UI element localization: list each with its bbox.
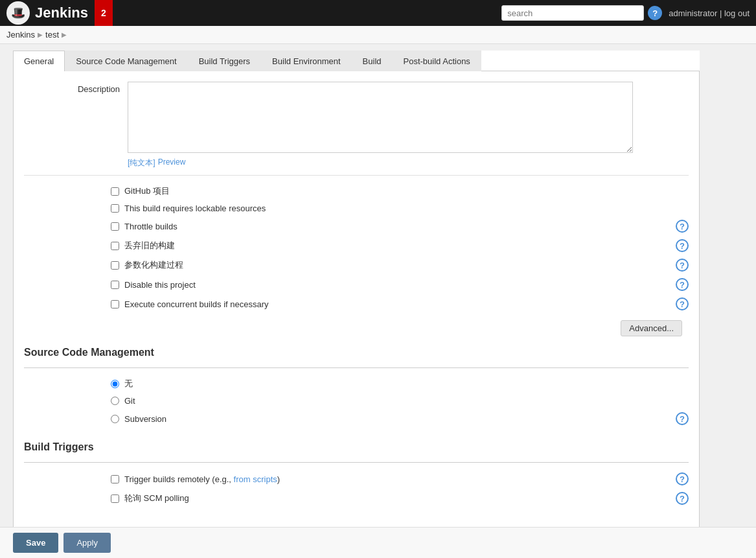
radio-row-none: 无 xyxy=(24,375,689,393)
notification-badge[interactable]: 2 xyxy=(95,0,113,26)
preview-link[interactable]: Preview xyxy=(158,157,186,169)
plain-text-link[interactable]: [纯文本] xyxy=(128,157,155,169)
checkbox-row-disable: Disable this project ? xyxy=(24,275,689,294)
checkbox-row-throttle: Throttle builds ? xyxy=(24,216,689,236)
breadcrumb-home[interactable]: Jenkins xyxy=(6,30,35,40)
logo[interactable]: 🎩 Jenkins xyxy=(6,1,88,25)
build-triggers-section-header: Build Triggers xyxy=(24,441,689,456)
trigger-remote-help-icon[interactable]: ? xyxy=(676,472,689,485)
save-button[interactable]: Save xyxy=(13,533,58,553)
description-textarea[interactable] xyxy=(128,82,633,153)
concurrent-help-icon[interactable]: ? xyxy=(676,297,689,310)
tab-source-code-management[interactable]: Source Code Management xyxy=(65,51,187,71)
advanced-button[interactable]: Advanced... xyxy=(621,320,682,336)
throttle-help-icon[interactable]: ? xyxy=(676,220,689,233)
github-project-checkbox[interactable] xyxy=(111,187,119,196)
user-info: administrator | log out xyxy=(669,8,750,18)
trigger-scm-label: 轮询 SCM polling xyxy=(124,493,189,504)
radio-row-git: Git xyxy=(24,393,689,409)
search-container: ? xyxy=(501,5,662,21)
description-row: Description [纯文本] Preview xyxy=(24,82,689,169)
advanced-section: Advanced... xyxy=(24,320,689,336)
description-label: Description xyxy=(24,82,128,94)
site-title: Jenkins xyxy=(35,5,88,21)
disable-project-label: Disable this project xyxy=(124,280,196,290)
lockable-label: This build requires lockable resources xyxy=(124,203,266,213)
checkbox-row-parameterize: 参数化构建过程 ? xyxy=(24,255,689,275)
throttle-checkbox[interactable] xyxy=(111,222,119,231)
plain-text-links: [纯文本] Preview xyxy=(128,157,633,169)
parameterize-checkbox[interactable] xyxy=(111,261,119,270)
tab-post-build-actions[interactable]: Post-build Actions xyxy=(393,51,481,71)
svn-help-icon[interactable]: ? xyxy=(676,412,689,425)
username-label: administrator xyxy=(669,8,717,18)
tabs: General Source Code Management Build Tri… xyxy=(13,51,700,71)
tab-build-environment[interactable]: Build Environment xyxy=(261,51,352,71)
checkbox-row-discard: 丢弃旧的构建 ? xyxy=(24,236,689,255)
breadcrumb: Jenkins ▶ test ▶ xyxy=(0,26,756,44)
search-help-button[interactable]: ? xyxy=(648,6,662,20)
scm-svn-label: Subversion xyxy=(124,414,166,424)
main-content: General Source Code Management Build Tri… xyxy=(0,44,713,558)
discard-old-checkbox[interactable] xyxy=(111,242,119,250)
header: 🎩 Jenkins 2 ? administrator | log out xyxy=(0,0,756,26)
radio-row-svn: Subversion ? xyxy=(24,409,689,428)
trigger-scm-help-icon[interactable]: ? xyxy=(676,492,689,505)
discard-old-label: 丢弃旧的构建 xyxy=(124,240,175,251)
disable-project-checkbox[interactable] xyxy=(111,281,119,289)
scm-section-header: Source Code Management xyxy=(24,347,689,361)
triggers-divider xyxy=(24,462,689,463)
discard-help-icon[interactable]: ? xyxy=(676,239,689,252)
description-field-container: [纯文本] Preview xyxy=(128,82,633,169)
search-input[interactable] xyxy=(501,5,644,21)
checkbox-section: GitHub 项目 This build requires lockable r… xyxy=(24,175,689,314)
tab-general[interactable]: General xyxy=(13,51,65,71)
parameterize-help-icon[interactable]: ? xyxy=(676,259,689,272)
trigger-remote-checkbox[interactable] xyxy=(111,475,119,483)
parameterize-label: 参数化构建过程 xyxy=(124,259,183,271)
scm-none-radio[interactable] xyxy=(111,380,119,388)
scm-git-radio[interactable] xyxy=(111,397,119,405)
breadcrumb-sep-1: ▶ xyxy=(38,31,43,38)
tab-build[interactable]: Build xyxy=(352,51,393,71)
config-panel: Description [纯文本] Preview GitHub 项目 This… xyxy=(13,71,700,558)
checkbox-row-github: GitHub 项目 xyxy=(24,182,689,200)
breadcrumb-sep-2: ▶ xyxy=(62,31,67,38)
checkbox-row-trigger-scm: 轮询 SCM polling ? xyxy=(24,489,689,508)
scm-svn-radio[interactable] xyxy=(111,415,119,423)
tab-build-triggers[interactable]: Build Triggers xyxy=(188,51,261,71)
apply-button[interactable]: Apply xyxy=(63,533,111,553)
checkbox-row-trigger-remote: Trigger builds remotely (e.g., from scri… xyxy=(24,469,689,489)
scm-git-label: Git xyxy=(124,396,135,406)
checkbox-row-concurrent: Execute concurrent builds if necessary ? xyxy=(24,294,689,314)
checkbox-row-lockable: This build requires lockable resources xyxy=(24,200,689,216)
concurrent-builds-label: Execute concurrent builds if necessary xyxy=(124,299,269,309)
github-project-label: GitHub 项目 xyxy=(124,185,170,197)
concurrent-builds-checkbox[interactable] xyxy=(111,300,119,308)
trigger-remote-label: Trigger builds remotely (e.g., from scri… xyxy=(124,474,280,484)
scm-divider xyxy=(24,367,689,368)
scm-none-label: 无 xyxy=(124,378,133,389)
logout-link[interactable]: | log out xyxy=(720,8,750,18)
trigger-link: from scripts xyxy=(234,474,277,484)
throttle-label: Throttle builds xyxy=(124,222,178,231)
bottom-bar: Save Apply xyxy=(0,527,756,558)
lockable-checkbox[interactable] xyxy=(111,204,119,213)
breadcrumb-project[interactable]: test xyxy=(45,30,59,40)
jenkins-logo-icon: 🎩 xyxy=(6,1,30,25)
disable-help-icon[interactable]: ? xyxy=(676,278,689,291)
trigger-scm-checkbox[interactable] xyxy=(111,494,119,503)
